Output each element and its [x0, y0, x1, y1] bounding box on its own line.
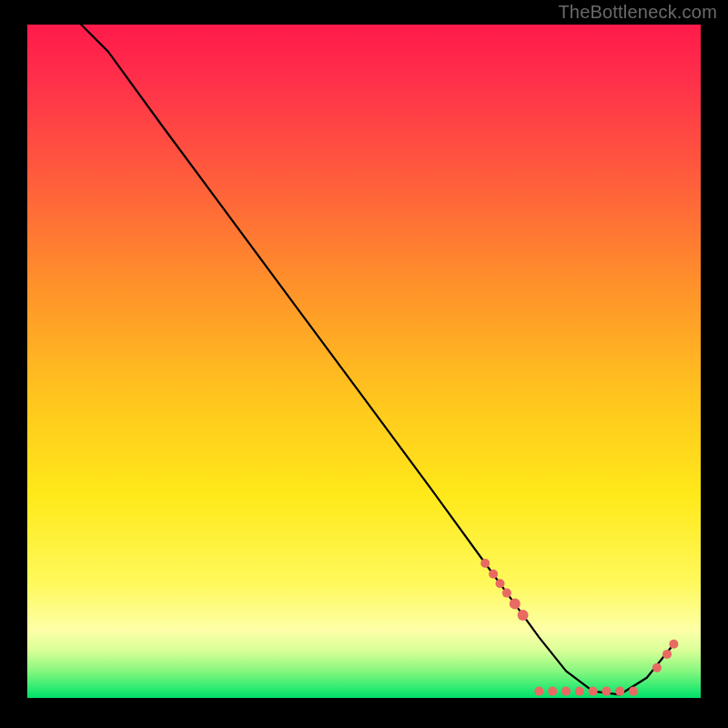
- data-marker: [662, 650, 672, 659]
- data-marker: [561, 687, 571, 696]
- curve-layer: [81, 25, 673, 694]
- data-marker: [602, 687, 611, 696]
- data-marker: [518, 610, 529, 621]
- data-marker: [510, 598, 521, 609]
- data-marker: [480, 559, 490, 568]
- data-marker: [548, 687, 557, 696]
- data-marker: [669, 640, 678, 649]
- attribution-label: TheBottleneck.com: [558, 2, 717, 23]
- data-marker: [534, 687, 543, 696]
- plot-area: [27, 25, 701, 698]
- data-marker: [652, 663, 662, 672]
- curve-path: [81, 25, 673, 694]
- data-marker: [589, 687, 598, 696]
- data-marker: [575, 687, 584, 696]
- data-marker: [496, 579, 505, 588]
- data-marker: [615, 687, 624, 696]
- data-marker: [489, 570, 498, 579]
- data-marker: [502, 589, 511, 598]
- data-marker: [629, 687, 638, 696]
- chart-root: TheBottleneck.com: [0, 0, 728, 728]
- plot-svg: [27, 25, 701, 698]
